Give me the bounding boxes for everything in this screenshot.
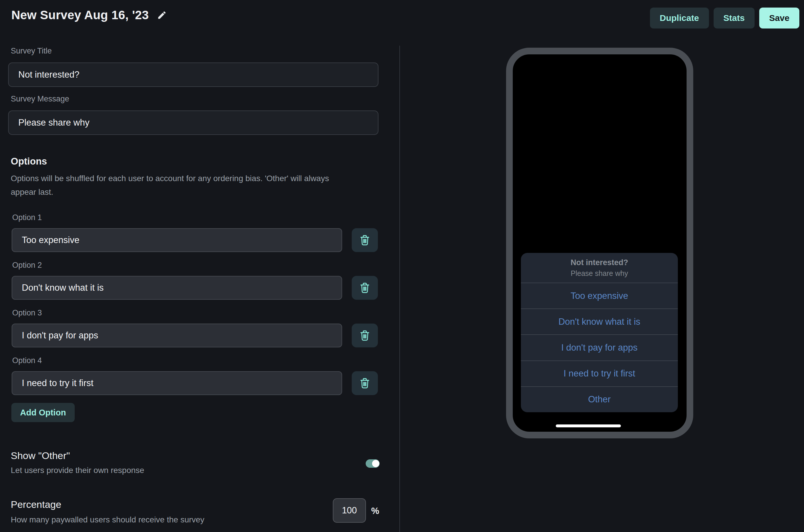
panel-divider [399,46,400,532]
option-1-label: Option 1 [12,213,42,222]
percentage-unit-label: % [371,506,379,516]
preview-option-3: I don't pay for apps [521,334,678,360]
page-title: New Survey Aug 16, '23 [11,8,149,22]
percentage-description: How many paywalled users should receive … [11,515,204,525]
phone-preview: Not interested? Please share why Too exp… [506,48,693,438]
duplicate-button[interactable]: Duplicate [650,7,709,28]
option-3-label: Option 3 [12,308,42,318]
show-other-description: Let users provide their own response [11,466,144,475]
option-4-label: Option 4 [12,356,42,365]
preview-option-2: Don't know what it is [521,308,678,334]
preview-dialog-header: Not interested? Please share why [521,253,678,283]
preview-survey-dialog: Not interested? Please share why Too exp… [521,253,678,412]
home-indicator [556,424,621,428]
header-actions: Duplicate Stats Save [650,7,799,28]
trash-icon [360,330,370,341]
trash-icon [360,234,370,246]
option-1-delete-button[interactable] [352,228,378,252]
survey-editor-page: New Survey Aug 16, '23 Duplicate Stats S… [0,0,804,532]
stats-button[interactable]: Stats [714,7,754,28]
option-3-input[interactable] [12,324,342,347]
option-1-input[interactable] [12,228,342,252]
option-4-input[interactable] [12,371,342,395]
option-4-delete-button[interactable] [352,371,378,395]
options-description: Options will be shuffled for each user t… [11,172,354,199]
option-2-input[interactable] [12,276,342,300]
percentage-heading: Percentage [11,499,61,510]
preview-dialog-message: Please share why [571,269,628,278]
preview-option-other: Other [521,386,678,412]
survey-message-label: Survey Message [11,94,69,103]
option-2-label: Option 2 [12,261,42,270]
options-heading: Options [11,156,47,167]
trash-icon [360,377,370,389]
preview-option-1: Too expensive [521,283,678,308]
save-button[interactable]: Save [759,7,799,28]
percentage-input[interactable] [333,498,366,523]
header: New Survey Aug 16, '23 [11,8,167,22]
survey-title-label: Survey Title [11,46,52,56]
trash-icon [360,282,370,293]
option-3-delete-button[interactable] [352,324,378,347]
preview-option-4: I need to try it first [521,360,678,386]
toggle-knob [372,460,379,467]
option-2-delete-button[interactable] [352,276,378,300]
add-option-button[interactable]: Add Option [11,403,75,422]
show-other-heading: Show "Other" [11,450,70,461]
survey-message-input[interactable] [8,111,379,135]
edit-pencil-icon[interactable] [157,10,167,20]
show-other-toggle[interactable] [366,459,380,468]
survey-title-input[interactable] [8,62,379,87]
preview-dialog-title: Not interested? [571,258,628,267]
